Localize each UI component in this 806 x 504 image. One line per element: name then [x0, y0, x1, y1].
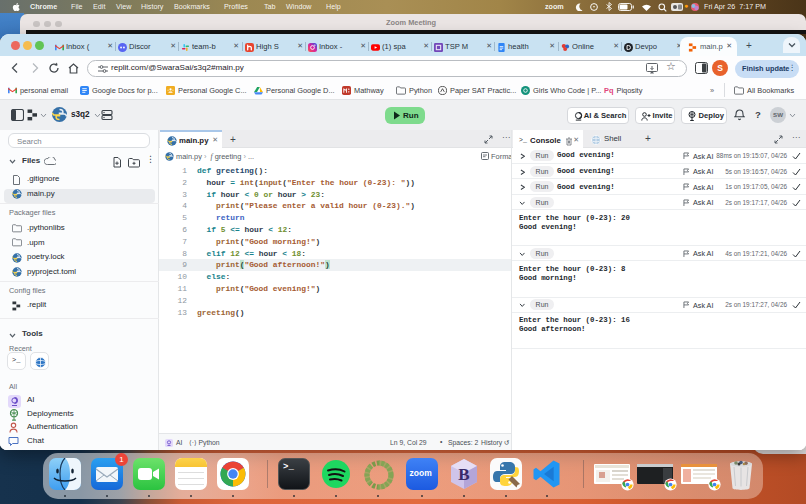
svg-text:B: B	[458, 465, 469, 484]
